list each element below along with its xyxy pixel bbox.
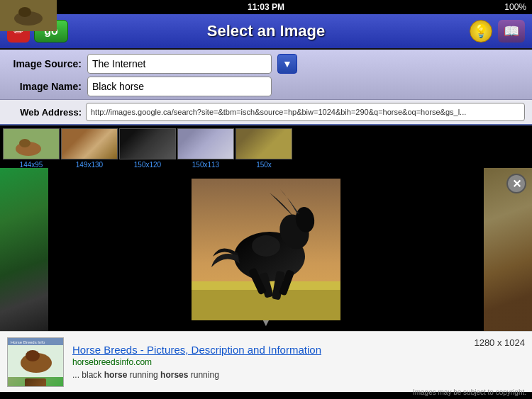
svg-point-30 (26, 350, 40, 361)
left-preview[interactable] (0, 168, 48, 331)
result-desc-prefix: ... black (72, 370, 104, 380)
image-source-row: Image Source: ▼ (7, 54, 525, 74)
image-source-input[interactable] (87, 54, 272, 74)
svg-point-2 (19, 139, 31, 147)
result-thumb-sub (25, 378, 46, 387)
svg-point-25 (252, 235, 280, 257)
result-description: ... black horse running horses running (72, 370, 465, 380)
result-thumbnail[interactable]: Horse Breeds Info (7, 337, 64, 387)
thumb-label-3: 150x120 (134, 161, 161, 168)
horse-svg-1 (4, 129, 60, 159)
image-name-input[interactable] (87, 77, 272, 96)
result-text: Horse Breeds - Pictures, Description and… (72, 344, 465, 380)
result-desc-suffix: running (188, 370, 218, 380)
result-thumb-svg: Horse Breeds Info (8, 338, 64, 377)
battery-label: 100% (504, 2, 526, 12)
thumb-img-2 (61, 128, 118, 159)
thumbnail-3[interactable]: 150x120 (119, 128, 176, 168)
time-label: 11:03 PM (248, 2, 284, 12)
thumbnail-2[interactable]: 149x130 (61, 128, 118, 168)
thumb-img-3 (119, 128, 176, 159)
close-button[interactable]: ✕ (506, 174, 526, 193)
book-button[interactable]: 📖 (498, 20, 525, 43)
controls-section: Image Source: ▼ Image Name: (0, 50, 532, 100)
image-source-label: Image Source: (7, 58, 82, 69)
bottom-info-section: Horse Breeds Info Horse Breeds - Picture… (0, 331, 532, 392)
main-horse-image (192, 179, 340, 320)
main-image-area: ✕ ▼ (0, 168, 532, 331)
result-size: 1280 x 1024 (474, 337, 525, 348)
thumb-img-4 (177, 128, 234, 159)
header-bar: ✏ go Select an Image 💡 📖 (0, 14, 532, 50)
thumbnail-4[interactable]: 150x113 (177, 128, 234, 168)
result-desc-middle: running (127, 370, 160, 380)
thumb-label-2: 149x130 (76, 161, 103, 168)
result-desc-bold1: horse (104, 370, 128, 380)
result-thumb-image: Horse Breeds Info (8, 338, 63, 377)
thumbnail-1[interactable]: 144x95 (3, 128, 60, 168)
bulb-button[interactable]: 💡 (470, 20, 492, 43)
book-icon: 📖 (504, 23, 519, 39)
bulb-icon: 💡 (473, 23, 489, 39)
thumb-label-4: 150x113 (192, 161, 219, 168)
right-preview[interactable] (484, 168, 532, 331)
header-right-icons: 💡 📖 (470, 20, 525, 43)
page-title: Select an Image (207, 22, 325, 40)
thumbnail-5[interactable]: 150x (235, 128, 292, 168)
image-name-label: Image Name: (7, 81, 82, 92)
web-address-label: Web Address: (7, 107, 82, 118)
result-url: horsebreedsinfo.com (72, 357, 465, 367)
image-source-dropdown[interactable]: ▼ (277, 54, 297, 74)
image-name-row: Image Name: (7, 77, 525, 96)
thumb-label-1: 144x95 (20, 161, 43, 168)
status-bar: Carrier 11:03 PM 100% (0, 0, 532, 14)
web-address-section: Web Address: (0, 100, 532, 125)
thumb-label-5: 150x (256, 161, 272, 168)
thumbnails-row: 144x95 149x130 150x120 (0, 125, 532, 168)
svg-text:Horse Breeds Info: Horse Breeds Info (11, 340, 45, 344)
thumb-img-5 (235, 128, 292, 159)
web-address-input[interactable] (86, 103, 525, 121)
thumb-img-1 (3, 128, 60, 159)
result-desc-bold2: horses (160, 370, 188, 380)
copyright-notice: Images may be subject to copyright. (413, 388, 526, 396)
result-title-link[interactable]: Horse Breeds - Pictures, Description and… (72, 344, 465, 356)
